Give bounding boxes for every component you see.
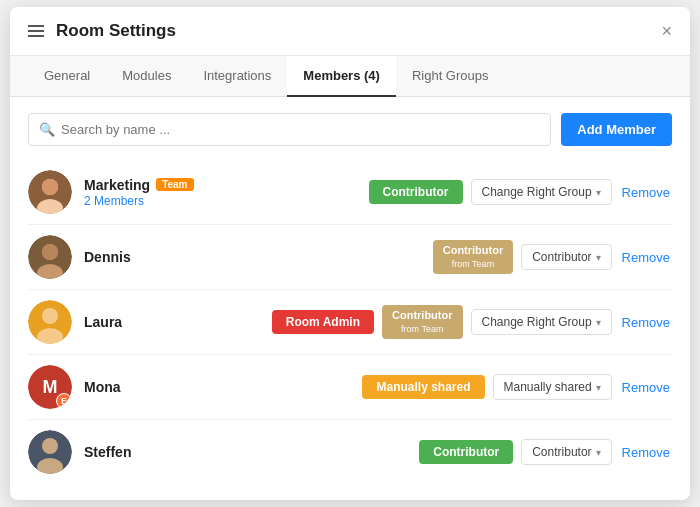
change-right-group-dropdown[interactable]: Change Right Group ▾: [471, 179, 612, 205]
search-input[interactable]: [61, 114, 540, 145]
remove-button[interactable]: Remove: [620, 185, 672, 200]
chevron-down-icon: ▾: [596, 187, 601, 198]
table-row: M E Mona Manually shared Manually shared…: [28, 355, 672, 420]
member-name-row: Marketing Team: [84, 177, 369, 193]
member-list: Marketing Team 2 Members Contributor Cha…: [28, 160, 672, 484]
member-name-row: Dennis: [84, 249, 433, 265]
remove-button[interactable]: Remove: [620, 315, 672, 330]
search-input-wrap: 🔍: [28, 113, 551, 146]
modal-header: Room Settings ×: [10, 7, 690, 56]
close-icon[interactable]: ×: [661, 22, 672, 40]
member-name-row: Laura: [84, 314, 272, 330]
tab-modules[interactable]: Modules: [106, 56, 187, 97]
member-info: Laura: [84, 314, 272, 330]
member-sub: 2 Members: [84, 194, 369, 208]
tab-general[interactable]: General: [28, 56, 106, 97]
role-badge-green: Contributor: [419, 440, 513, 464]
avatar: M E: [28, 365, 72, 409]
svg-point-3: [42, 179, 58, 195]
search-icon: 🔍: [39, 122, 55, 137]
role-badge-tan: Contributor from Team: [433, 240, 513, 274]
member-name-row: Steffen: [84, 444, 419, 460]
member-name-row: Mona: [84, 379, 362, 395]
avatar: [28, 170, 72, 214]
tab-integrations[interactable]: Integrations: [187, 56, 287, 97]
remove-button[interactable]: Remove: [620, 445, 672, 460]
modal-title: Room Settings: [56, 21, 661, 41]
member-name: Mona: [84, 379, 121, 395]
member-info: Marketing Team 2 Members: [84, 177, 369, 208]
svg-point-7: [42, 244, 58, 260]
avatar: [28, 235, 72, 279]
chevron-down-icon: ▾: [596, 252, 601, 263]
table-row: Steffen Contributor Contributor ▾ Remove: [28, 420, 672, 484]
modal-body: 🔍 Add Member Marketing: [10, 97, 690, 500]
add-member-button[interactable]: Add Member: [561, 113, 672, 146]
chevron-down-icon: ▾: [596, 382, 601, 393]
member-name: Laura: [84, 314, 122, 330]
svg-point-12: [42, 438, 58, 454]
avatar-steffen-svg: [28, 430, 72, 474]
tabs-bar: General Modules Integrations Members (4)…: [10, 56, 690, 97]
member-info: Steffen: [84, 444, 419, 460]
contributor-dropdown[interactable]: Contributor ▾: [521, 244, 611, 270]
member-actions: Contributor Contributor ▾ Remove: [419, 439, 672, 465]
member-name: Steffen: [84, 444, 131, 460]
member-actions: Contributor from Team Contributor ▾ Remo…: [433, 240, 672, 274]
manually-shared-dropdown[interactable]: Manually shared ▾: [493, 374, 612, 400]
table-row: Dennis Contributor from Team Contributor…: [28, 225, 672, 290]
avatar-badge: E: [56, 393, 72, 409]
table-row: Marketing Team 2 Members Contributor Cha…: [28, 160, 672, 225]
tab-members[interactable]: Members (4): [287, 56, 396, 97]
avatar: [28, 300, 72, 344]
member-info: Dennis: [84, 249, 433, 265]
avatar-laura-svg: [28, 300, 72, 344]
member-info: Mona: [84, 379, 362, 395]
svg-point-9: [42, 308, 58, 324]
member-name: Marketing: [84, 177, 150, 193]
member-actions: Room Admin Contributor from Team Change …: [272, 305, 672, 339]
role-badge-tan: Contributor from Team: [382, 305, 462, 339]
avatar-marketing-svg: [28, 170, 72, 214]
chevron-down-icon: ▾: [596, 447, 601, 458]
table-row: Laura Room Admin Contributor from Team C…: [28, 290, 672, 355]
role-badge-green: Contributor: [369, 180, 463, 204]
contributor-dropdown[interactable]: Contributor ▾: [521, 439, 611, 465]
avatar-dennis-svg: [28, 235, 72, 279]
search-row: 🔍 Add Member: [28, 113, 672, 146]
room-settings-modal: Room Settings × General Modules Integrat…: [10, 7, 690, 500]
menu-icon[interactable]: [28, 25, 44, 37]
remove-button[interactable]: Remove: [620, 380, 672, 395]
chevron-down-icon: ▾: [596, 317, 601, 328]
team-badge: Team: [156, 178, 193, 191]
remove-button[interactable]: Remove: [620, 250, 672, 265]
role-badge-yellow: Manually shared: [362, 375, 484, 399]
tab-right-groups[interactable]: Right Groups: [396, 56, 505, 97]
change-right-group-dropdown[interactable]: Change Right Group ▾: [471, 309, 612, 335]
avatar: [28, 430, 72, 474]
member-name: Dennis: [84, 249, 131, 265]
member-actions: Contributor Change Right Group ▾ Remove: [369, 179, 672, 205]
member-actions: Manually shared Manually shared ▾ Remove: [362, 374, 672, 400]
role-badge-red: Room Admin: [272, 310, 374, 334]
